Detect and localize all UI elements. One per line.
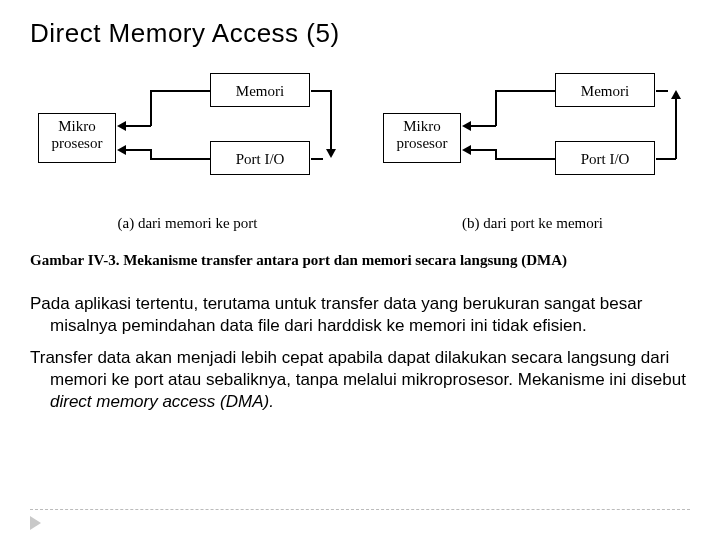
box-port-a: Port I/O: [210, 141, 310, 175]
figure-caption: Gambar IV-3. Mekanisme transfer antara p…: [30, 252, 690, 269]
box-microprocessor-b: Mikro prosesor: [383, 113, 461, 163]
caption-a: (a) dari memori ke port: [30, 215, 345, 232]
figure-b: Mikro prosesor Memori Port I/O (b) dari …: [375, 69, 690, 232]
box-memori-a: Memori: [210, 73, 310, 107]
page-title: Direct Memory Access (5): [30, 18, 690, 49]
footer-divider: [30, 509, 690, 510]
box-microprocessor-a: Mikro prosesor: [38, 113, 116, 163]
box-port-b: Port I/O: [555, 141, 655, 175]
paragraph-1: Pada aplikasi tertentu, terutama untuk t…: [30, 293, 690, 337]
paragraph-2a: Transfer data akan menjadi lebih cepat a…: [30, 348, 686, 389]
paragraph-2: Transfer data akan menjadi lebih cepat a…: [30, 347, 690, 413]
paragraph-2-emph: direct memory access (DMA).: [50, 392, 274, 411]
footer-arrow-icon: [30, 516, 41, 530]
figure-a: Mikro prosesor Memori Port I/O (a) dari …: [30, 69, 345, 232]
caption-b: (b) dari port ke memori: [375, 215, 690, 232]
figure-row: Mikro prosesor Memori Port I/O (a) dari …: [30, 69, 690, 232]
box-memori-b: Memori: [555, 73, 655, 107]
